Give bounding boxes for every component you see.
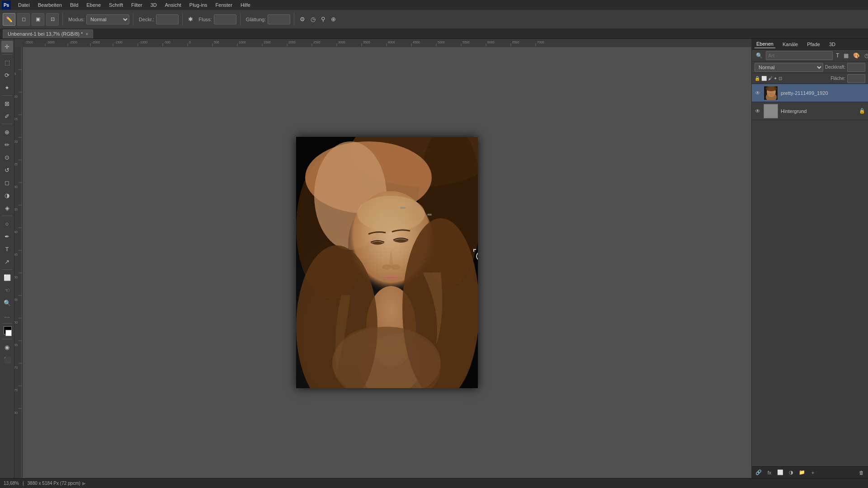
menu-hilfe[interactable]: Hilfe [237, 1, 254, 9]
layer-item-1[interactable]: 👁 Hintergrund 🔒 [752, 102, 868, 120]
menu-datei[interactable]: Datei [14, 1, 33, 9]
svg-point-88 [391, 264, 400, 270]
blur-tool[interactable]: ◈ [1, 202, 13, 214]
menu-plugins[interactable]: Plug-ins [186, 1, 211, 9]
layer-thumb-1 [764, 104, 778, 118]
svg-text:10: 10 [14, 95, 18, 98]
tab-close-button[interactable]: × [85, 32, 88, 37]
eraser-tool[interactable]: ◻ [1, 177, 13, 188]
path-select-tool[interactable]: ↗ [1, 256, 13, 267]
status-arrow[interactable]: ▶ [82, 481, 86, 486]
lt-sep-7 [2, 339, 12, 339]
magic-wand-tool[interactable]: ✦ [1, 82, 13, 94]
add-layer-button[interactable]: + [808, 468, 818, 477]
link-layers-button[interactable]: 🔗 [754, 468, 764, 477]
paint-icon[interactable]: 🖌 [768, 76, 773, 81]
eraser-tool-button[interactable]: ◻ [17, 13, 30, 26]
ruler-top: -3500 -3000 -2500 -2000 -1500 -1000 -500… [23, 39, 751, 47]
tool-option-2[interactable]: ⊡ [46, 13, 59, 26]
fill-input[interactable]: 100% [847, 74, 865, 83]
text-tool[interactable]: T [1, 243, 13, 255]
settings-icon[interactable]: ⚙ [298, 15, 307, 23]
menu-filter[interactable]: Filter [127, 1, 146, 9]
menu-ebene[interactable]: Ebene [83, 1, 104, 9]
add-mask-button[interactable]: ⬜ [775, 468, 785, 477]
dodge-tool[interactable]: ○ [1, 218, 13, 230]
crop-tool[interactable]: ⊠ [1, 98, 13, 109]
transparency-icon[interactable]: ⬜ [761, 76, 767, 81]
panel-icon-3[interactable]: 🎨 [852, 52, 861, 59]
healing-tool[interactable]: ⊕ [1, 126, 13, 138]
tab-ebenen[interactable]: Ebenen [755, 40, 775, 48]
menu-bearbeiten[interactable]: Bearbeiten [34, 1, 66, 9]
menu-3d[interactable]: 3D [147, 1, 160, 9]
symmetry-icon[interactable]: ⚲ [319, 15, 327, 23]
svg-text:5000: 5000 [438, 41, 445, 44]
lock-icon[interactable]: 🔒 [755, 76, 760, 81]
canvas-container[interactable] [23, 47, 751, 478]
eyedropper-tool[interactable]: ✐ [1, 110, 13, 122]
misc-tool-1[interactable]: … [1, 310, 13, 321]
panel-icon-2[interactable]: ▦ [842, 52, 850, 59]
airbrush-icon[interactable]: ✱ [186, 15, 195, 23]
glattung-input[interactable]: 0% [268, 14, 290, 24]
menu-ansicht[interactable]: Ansicht [161, 1, 185, 9]
menu-fenster[interactable]: Fenster [212, 1, 236, 9]
selection-tool[interactable]: ⬚ [1, 56, 13, 68]
screen-mode-tool[interactable]: ⬛ [1, 354, 13, 366]
tab-pfade[interactable]: Pfade [805, 41, 822, 48]
pressure-icon[interactable]: ⊕ [329, 15, 338, 23]
add-style-button[interactable]: fx [764, 468, 774, 477]
document-tab[interactable]: Unbenannt-1 bei 13,7% (RGB/8) * × [3, 29, 93, 38]
artboard-icon[interactable]: ⊡ [778, 76, 782, 81]
menu-schrift[interactable]: Schrift [105, 1, 127, 9]
layer-mode-select[interactable]: Normal Multiplizieren Luminanz [755, 63, 823, 72]
layer-visibility-0[interactable]: 👁 [755, 90, 761, 96]
angle-icon[interactable]: ◷ [309, 15, 317, 23]
svg-text:75: 75 [14, 389, 18, 392]
fluss-input[interactable]: 29% [214, 14, 236, 24]
layers-list: 👁 pretty-2111499_1920 👁 [752, 84, 868, 466]
canvas-image[interactable] [296, 137, 478, 388]
layer-visibility-1[interactable]: 👁 [755, 108, 761, 114]
shape-tool[interactable]: ⬜ [1, 272, 13, 283]
gradient-tool[interactable]: ◑ [1, 189, 13, 201]
mode-select[interactable]: Normal Multiplizieren Luminanz [86, 14, 129, 24]
foreground-color[interactable] [1, 325, 13, 337]
quick-mask-tool[interactable]: ◉ [1, 341, 13, 353]
lt-sep-6 [2, 323, 12, 324]
canvas-area[interactable]: -3500 -3000 -2500 -2000 -1500 -1000 -500… [14, 39, 751, 478]
move-tool[interactable]: ✛ [1, 41, 13, 52]
svg-text:-1500: -1500 [114, 41, 123, 44]
menu-bild[interactable]: Bild [66, 1, 82, 9]
delete-layer-button[interactable]: 🗑 [856, 468, 866, 477]
tool-option-1[interactable]: ▣ [32, 13, 44, 26]
opacity-input[interactable]: 100% [847, 63, 865, 72]
zoom-level: 13,68% [4, 481, 19, 486]
history-tool[interactable]: ↺ [1, 164, 13, 176]
zoom-tool[interactable]: 🔍 [1, 297, 13, 309]
brush-tool[interactable]: ✏ [1, 139, 13, 150]
layer-item-0[interactable]: 👁 pretty-2111499_1920 [752, 84, 868, 102]
style-icon[interactable]: ✦ [774, 76, 777, 81]
panel-icon-1[interactable]: T [835, 52, 840, 59]
deck-input[interactable]: 100% [156, 14, 179, 24]
adjustment-layer-button[interactable]: ◑ [786, 468, 796, 477]
pen-tool[interactable]: ✒ [1, 230, 13, 242]
stamp-tool[interactable]: ⊙ [1, 151, 13, 163]
eye-icon-0: 👁 [755, 90, 760, 96]
tab-kanaele[interactable]: Kanäle [781, 41, 800, 48]
panel-icon-4[interactable]: ◷ [863, 52, 868, 59]
menu-bar: Ps Datei Bearbeiten Bild Ebene Schrift F… [0, 0, 868, 10]
lasso-tool[interactable]: ⟳ [1, 69, 13, 81]
hand-tool[interactable]: ☜ [1, 284, 13, 296]
svg-text:15: 15 [14, 117, 18, 121]
search-icon: 🔍 [755, 52, 764, 59]
tab-3d[interactable]: 3D [827, 41, 837, 48]
group-button[interactable]: 📁 [797, 468, 807, 477]
lt-sep-1 [2, 54, 12, 55]
brush-tool-button[interactable]: ✏️ [3, 13, 15, 26]
svg-text:25: 25 [14, 163, 18, 166]
svg-text:1500: 1500 [264, 41, 271, 44]
layer-search-input[interactable] [766, 51, 833, 60]
